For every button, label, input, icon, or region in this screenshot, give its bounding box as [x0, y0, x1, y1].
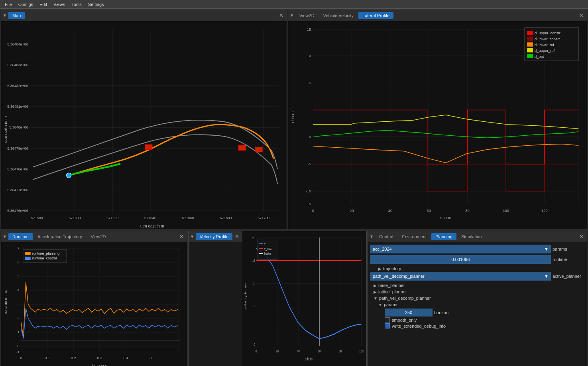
svg-text:571680: 571680: [220, 216, 232, 220]
tab-lateral-profile[interactable]: Lateral Profile: [358, 12, 393, 19]
menu-tools[interactable]: Tools: [68, 1, 85, 8]
smooth-only-checkbox[interactable]: [385, 317, 390, 322]
svg-rect-81: [527, 54, 533, 58]
tab-view2d[interactable]: View2D: [295, 12, 319, 19]
svg-text:0.2: 0.2: [71, 356, 76, 360]
velocity-plot: 20 15 10 5 0 0 20 40 60 80 100: [242, 231, 366, 366]
map-tab[interactable]: Map: [8, 12, 25, 19]
map-triangle: ▼: [3, 13, 7, 18]
lateral-panel-header: ▼ View2D Vehicle Velocity Lateral Profil…: [288, 10, 587, 21]
horizon-input[interactable]: 250: [385, 309, 433, 317]
svg-rect-118: [25, 252, 31, 255]
trajectory-triangle: ▶: [378, 267, 382, 271]
runtime-value: 0.001096: [452, 257, 470, 262]
svg-text:5: 5: [18, 274, 20, 278]
svg-text:10: 10: [307, 54, 311, 58]
acc-label: params: [553, 247, 584, 251]
tab-environment[interactable]: Environment: [398, 233, 431, 240]
svg-text:d_lower_constr: d_lower_constr: [535, 37, 560, 41]
runtime-input: 0.001096: [370, 255, 551, 264]
acc-dropdown-arrow: ▼: [544, 247, 549, 251]
write-debug-row: ✓ write_extended_debug_info: [385, 323, 584, 328]
tab-simulation[interactable]: Simulation: [457, 233, 486, 240]
svg-text:0.1: 0.1: [45, 356, 49, 360]
svg-text:d_upper_ref: d_upper_ref: [535, 49, 555, 53]
svg-text:5.36478e+06: 5.36478e+06: [7, 167, 28, 171]
svg-text:-1: -1: [16, 350, 20, 354]
svg-text:5.36481e+06: 5.36481e+06: [7, 105, 28, 109]
svg-text:5.36484e+06: 5.36484e+06: [7, 42, 28, 46]
svg-text:80: 80: [465, 209, 469, 213]
velocity-panel: ▼ Velocity Profile ✕: [188, 231, 367, 366]
acc-dropdown[interactable]: acc_2024 ▼: [370, 245, 551, 253]
params-expander[interactable]: ▼ params: [378, 301, 584, 308]
tab-accel-traj[interactable]: Acceleration Trajectory: [33, 233, 86, 240]
svg-text:571640: 571640: [144, 216, 156, 220]
control-panel: ▼ Control Environment Planning Simulatio…: [368, 231, 587, 366]
svg-text:100: 100: [503, 209, 509, 213]
svg-text:-5: -5: [308, 162, 311, 166]
acc-value: acc_2024: [373, 247, 392, 251]
menu-file[interactable]: File: [2, 1, 15, 8]
active-planner-dropdown[interactable]: path_vel_decomp_planner ▼: [370, 272, 551, 281]
svg-text:3: 3: [18, 302, 20, 306]
lattice-planner-label: lattice_planner: [378, 289, 407, 294]
svg-text:1: 1: [18, 330, 20, 334]
runtime-panel-header: ▼ Runtime Acceleration Trajectory View2D…: [1, 231, 187, 242]
tab-control[interactable]: Control: [375, 233, 397, 240]
velocity-close[interactable]: ✕: [233, 233, 241, 239]
svg-text:0: 0: [20, 356, 22, 360]
svg-text:120: 120: [541, 209, 548, 213]
tab-runtime[interactable]: Runtime: [8, 233, 33, 240]
tab-vehicle-velocity[interactable]: Vehicle Velocity: [319, 12, 358, 19]
lateral-triangle: ▼: [290, 13, 294, 18]
lattice-planner-expander[interactable]: ▶ lattice_planner: [374, 289, 584, 295]
path-vel-decomp-triangle: ▼: [374, 296, 378, 301]
control-panel-header: ▼ Control Environment Planning Simulatio…: [368, 231, 587, 242]
svg-text:runtime_control: runtime_control: [32, 256, 57, 260]
svg-point-17: [67, 173, 71, 178]
svg-rect-75: [527, 37, 533, 41]
svg-text:runtime_planning: runtime_planning: [32, 251, 60, 255]
write-debug-checkbox[interactable]: ✓: [385, 323, 390, 328]
svg-text:0: 0: [254, 342, 256, 347]
runtime-close[interactable]: ✕: [178, 233, 185, 239]
write-debug-label: write_extended_debug_info: [392, 324, 446, 328]
menu-views[interactable]: Views: [50, 1, 68, 8]
svg-text:utm north in m: utm north in m: [3, 116, 8, 143]
trajectory-expander[interactable]: ▶ trajectory: [378, 265, 584, 272]
menu-settings[interactable]: Settings: [85, 1, 107, 8]
map-panel-header: ▼ Map ✕: [1, 10, 287, 21]
path-vel-decomp-expander[interactable]: ▼ path_vel_decomp_planner: [374, 295, 584, 301]
lateral-plot: 15 10 5 0 -5 -10 -15 0 20 40 60 80: [288, 21, 587, 229]
menu-edit[interactable]: Edit: [36, 1, 50, 8]
svg-text:0.3: 0.3: [97, 356, 102, 360]
svg-text:5.36482e+06: 5.36482e+06: [7, 84, 28, 88]
velocity-triangle: ▼: [190, 234, 194, 239]
velocity-panel-header: ▼ Velocity Profile ✕: [189, 231, 242, 242]
runtime-label: runtime: [553, 257, 584, 262]
svg-text:0: 0: [18, 344, 20, 348]
base-planner-triangle: ▶: [374, 283, 377, 288]
svg-text:571620: 571620: [106, 216, 118, 220]
svg-text:100: 100: [359, 349, 364, 354]
svg-text:6: 6: [18, 260, 20, 264]
map-plot: 5.36484e+06 5.36483e+06 5.36482e+06 5.36…: [1, 21, 287, 229]
base-planner-expander[interactable]: ▶ base_planner: [374, 282, 584, 289]
lateral-panel: ▼ View2D Vehicle Velocity Lateral Profil…: [288, 10, 587, 230]
menu-configs[interactable]: Configs: [15, 1, 36, 8]
runtime-row: 0.001096 runtime: [370, 255, 584, 264]
svg-rect-73: [527, 31, 533, 35]
lateral-close[interactable]: ✕: [578, 12, 585, 18]
svg-text:15: 15: [307, 28, 311, 32]
control-close[interactable]: ✕: [578, 233, 585, 239]
active-planner-row: path_vel_decomp_planner ▼ active_planner: [370, 272, 584, 281]
svg-text:s in m: s in m: [305, 356, 312, 361]
tab-runtime-view2d[interactable]: View2D: [87, 233, 110, 240]
map-close[interactable]: ✕: [277, 12, 285, 18]
svg-rect-77: [527, 42, 533, 46]
tab-velocity-profile[interactable]: Velocity Profile: [196, 233, 232, 240]
svg-text:-10: -10: [306, 189, 311, 193]
control-content[interactable]: acc_2024 ▼ params 0.001096 runtime ▶ tra…: [368, 242, 587, 366]
tab-planning[interactable]: Planning: [431, 233, 456, 240]
